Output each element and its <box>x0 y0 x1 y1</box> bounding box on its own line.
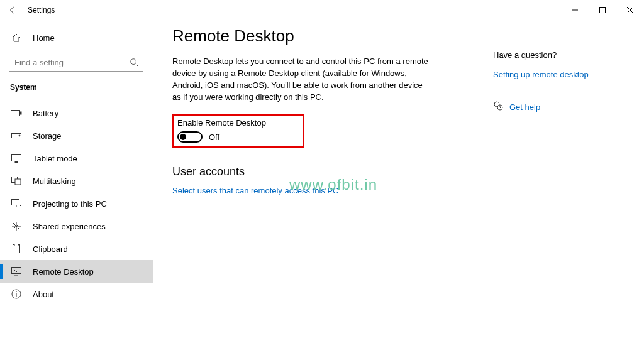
remote-desktop-icon <box>10 265 23 278</box>
battery-icon <box>10 107 23 119</box>
setup-remote-desktop-link[interactable]: Setting up remote desktop <box>493 70 625 79</box>
toggle-state-label: Off <box>209 133 219 142</box>
sidebar-home[interactable]: Home <box>0 26 153 49</box>
tablet-icon <box>10 152 23 165</box>
sidebar-item-label: Remote Desktop <box>33 267 94 276</box>
svg-rect-3 <box>20 112 21 114</box>
sidebar-item-storage[interactable]: Storage <box>0 124 153 147</box>
back-button[interactable] <box>0 0 25 20</box>
svg-rect-2 <box>11 111 20 116</box>
sidebar-item-battery[interactable]: Battery <box>0 102 153 124</box>
sidebar-item-projecting[interactable]: Projecting to this PC <box>0 192 153 215</box>
sidebar-item-label: Tablet mode <box>33 154 77 163</box>
svg-rect-7 <box>15 161 18 163</box>
highlight-box: Enable Remote Desktop Off <box>172 114 304 148</box>
app-title: Settings <box>25 6 55 14</box>
svg-rect-13 <box>12 268 21 274</box>
have-question-heading: Have a question? <box>493 50 625 60</box>
select-users-link[interactable]: Select users that can remotely access th… <box>172 186 443 195</box>
home-label: Home <box>33 33 55 43</box>
close-button[interactable] <box>616 0 644 20</box>
sidebar-item-label: About <box>33 290 54 299</box>
svg-rect-9 <box>15 179 21 185</box>
sidebar-item-remote-desktop[interactable]: Remote Desktop <box>0 260 153 283</box>
get-help-icon <box>493 101 503 113</box>
search-icon <box>125 58 143 67</box>
sidebar-item-label: Projecting to this PC <box>33 199 107 209</box>
sidebar-item-multitasking[interactable]: Multitasking <box>0 170 153 192</box>
storage-icon <box>10 129 23 142</box>
sidebar-item-label: Clipboard <box>33 244 68 254</box>
page-description: Remote Desktop lets you connect to and c… <box>172 56 430 103</box>
svg-rect-12 <box>14 244 18 246</box>
enable-remote-desktop-label: Enable Remote Desktop <box>177 118 299 128</box>
sidebar-item-label: Storage <box>33 131 62 141</box>
sidebar-group-label: System <box>0 75 153 97</box>
enable-remote-desktop-toggle[interactable] <box>177 131 203 143</box>
shared-icon <box>10 220 23 232</box>
clipboard-icon <box>10 242 23 255</box>
minimize-button[interactable] <box>561 0 589 20</box>
maximize-button[interactable] <box>589 0 616 20</box>
sidebar-item-clipboard[interactable]: Clipboard <box>0 237 153 260</box>
sidebar-item-tablet-mode[interactable]: Tablet mode <box>0 147 153 170</box>
svg-rect-10 <box>12 200 19 205</box>
search-input[interactable] <box>9 53 143 72</box>
user-accounts-heading: User accounts <box>172 165 443 178</box>
page-title: Remote Desktop <box>172 26 443 46</box>
sidebar-item-about[interactable]: About <box>0 283 153 305</box>
get-help-link[interactable]: Get help <box>509 102 540 112</box>
toggle-knob <box>180 134 186 140</box>
sidebar-item-label: Multitasking <box>33 177 76 186</box>
multitasking-icon <box>10 175 23 187</box>
info-icon <box>10 288 23 300</box>
sidebar-item-shared-experiences[interactable]: Shared experiences <box>0 215 153 237</box>
svg-rect-0 <box>600 8 606 13</box>
svg-point-1 <box>131 59 136 65</box>
sidebar: Home System Battery Storage <box>0 20 153 343</box>
projecting-icon <box>10 197 23 210</box>
svg-point-5 <box>19 135 20 136</box>
svg-rect-6 <box>12 155 21 161</box>
sidebar-item-label: Shared experiences <box>33 222 106 231</box>
search-input-field[interactable] <box>9 58 125 67</box>
home-icon <box>10 31 23 44</box>
sidebar-item-label: Battery <box>33 109 58 118</box>
